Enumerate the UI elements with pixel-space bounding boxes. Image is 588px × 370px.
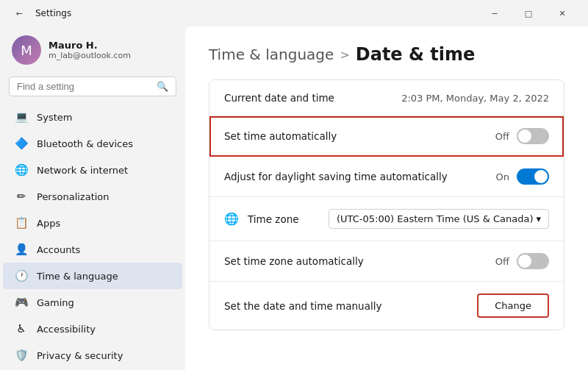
- nav-list: 💻 System 🔷 Bluetooth & devices 🌐 Network…: [0, 104, 185, 369]
- set-timezone-auto-row: Set time zone automatically Off: [209, 241, 564, 282]
- sidebar-label-accessibility: Accessibility: [37, 324, 96, 335]
- user-info: Mauro H. m_lab@outlook.com: [49, 40, 131, 60]
- gaming-icon: 🎮: [15, 296, 28, 309]
- daylight-state: On: [496, 171, 509, 182]
- search-icon: 🔍: [157, 81, 168, 92]
- user-email: m_lab@outlook.com: [49, 51, 131, 60]
- breadcrumb-parent: Time & language: [209, 46, 334, 63]
- back-button[interactable]: ←: [9, 1, 29, 25]
- sidebar-item-time-language[interactable]: 🕐 Time & language: [3, 263, 182, 289]
- sidebar-item-gaming[interactable]: 🎮 Gaming: [3, 289, 182, 316]
- accounts-icon: 👤: [15, 243, 28, 256]
- sidebar-item-personalization[interactable]: ✏️ Personalization: [3, 183, 182, 210]
- timezone-icon: 🌐: [224, 212, 239, 226]
- sidebar-label-accounts: Accounts: [37, 244, 80, 255]
- breadcrumb: Time & language > Date & time: [209, 44, 564, 65]
- titlebar: ← Settings ─ □ ✕: [0, 0, 588, 26]
- search-box[interactable]: 🔍: [9, 77, 176, 96]
- sidebar-label-system: System: [37, 112, 72, 123]
- titlebar-controls: ─ □ ✕: [478, 1, 579, 25]
- manual-date-label: Set the date and time manually: [224, 300, 381, 312]
- maximize-button[interactable]: □: [512, 1, 545, 25]
- sidebar-item-network[interactable]: 🌐 Network & internet: [3, 157, 182, 183]
- current-date-row: Current date and time 2:03 PM, Monday, M…: [209, 80, 564, 116]
- timezone-select[interactable]: (UTC-05:00) Eastern Time (US & Canada) ▾: [329, 209, 549, 229]
- set-timezone-auto-thumb: [518, 255, 531, 268]
- titlebar-title: Settings: [35, 8, 71, 18]
- set-time-auto-toggle[interactable]: [517, 128, 549, 144]
- time-language-icon: 🕐: [15, 269, 28, 282]
- set-time-auto-state: Off: [495, 131, 509, 142]
- sidebar: M Mauro H. m_lab@outlook.com 🔍 💻 System …: [0, 26, 185, 370]
- breadcrumb-sep: >: [340, 48, 349, 62]
- sidebar-label-time-language: Time & language: [37, 271, 118, 282]
- sidebar-label-apps: Apps: [37, 218, 60, 229]
- search-input[interactable]: [17, 81, 152, 92]
- current-date-value: 2:03 PM, Monday, May 2, 2022: [401, 93, 549, 104]
- set-time-auto-label: Set time automatically: [224, 130, 337, 142]
- accessibility-icon: ♿: [15, 322, 28, 335]
- user-profile[interactable]: M Mauro H. m_lab@outlook.com: [0, 26, 185, 77]
- sidebar-label-bluetooth: Bluetooth & devices: [37, 138, 133, 149]
- personalization-icon: ✏️: [15, 190, 28, 203]
- app-body: M Mauro H. m_lab@outlook.com 🔍 💻 System …: [0, 26, 588, 370]
- settings-list: Current date and time 2:03 PM, Monday, M…: [209, 79, 564, 330]
- avatar: M: [12, 35, 41, 65]
- set-timezone-auto-label: Set time zone automatically: [224, 255, 364, 267]
- sidebar-label-gaming: Gaming: [37, 297, 74, 308]
- sidebar-item-bluetooth[interactable]: 🔷 Bluetooth & devices: [3, 130, 182, 157]
- sidebar-item-apps[interactable]: 📋 Apps: [3, 210, 182, 236]
- system-icon: 💻: [15, 110, 28, 124]
- privacy-icon: 🛡️: [15, 349, 28, 362]
- minimize-button[interactable]: ─: [478, 1, 512, 25]
- daylight-label: Adjust for daylight saving time automati…: [224, 171, 448, 182]
- set-time-auto-right: Off: [495, 128, 549, 144]
- daylight-thumb: [534, 170, 548, 183]
- timezone-value: (UTC-05:00) Eastern Time (US & Canada): [337, 213, 533, 224]
- set-time-auto-thumb: [518, 129, 531, 143]
- timezone-chevron-icon: ▾: [536, 213, 541, 224]
- breadcrumb-current: Date & time: [356, 44, 476, 65]
- sidebar-label-privacy: Privacy & security: [37, 350, 123, 361]
- set-timezone-auto-right: Off: [495, 253, 549, 269]
- main-content: Time & language > Date & time Current da…: [185, 26, 588, 370]
- timezone-row: 🌐 Time zone (UTC-05:00) Eastern Time (US…: [209, 197, 564, 241]
- sidebar-item-accounts[interactable]: 👤 Accounts: [3, 236, 182, 263]
- sidebar-label-network: Network & internet: [37, 165, 128, 176]
- sidebar-item-system[interactable]: 💻 System: [3, 104, 182, 130]
- close-button[interactable]: ✕: [545, 1, 579, 25]
- set-time-auto-row: Set time automatically Off: [209, 116, 564, 157]
- daylight-right: On: [496, 168, 549, 185]
- sidebar-item-privacy[interactable]: 🛡️ Privacy & security: [3, 342, 182, 369]
- change-button[interactable]: Change: [477, 293, 549, 318]
- sidebar-label-personalization: Personalization: [37, 191, 110, 202]
- manual-date-row: Set the date and time manually Change: [209, 282, 564, 330]
- sidebar-item-accessibility[interactable]: ♿ Accessibility: [3, 316, 182, 342]
- apps-icon: 📋: [15, 216, 28, 230]
- daylight-toggle[interactable]: [517, 168, 549, 185]
- set-timezone-auto-toggle[interactable]: [517, 253, 549, 269]
- titlebar-left: ← Settings: [9, 1, 71, 25]
- set-timezone-auto-state: Off: [495, 256, 509, 267]
- current-date-label: Current date and time: [224, 92, 334, 104]
- timezone-label: Time zone: [248, 213, 299, 225]
- daylight-row: Adjust for daylight saving time automati…: [209, 157, 564, 197]
- network-icon: 🌐: [15, 163, 28, 177]
- user-name: Mauro H.: [49, 40, 131, 51]
- bluetooth-icon: 🔷: [15, 137, 28, 150]
